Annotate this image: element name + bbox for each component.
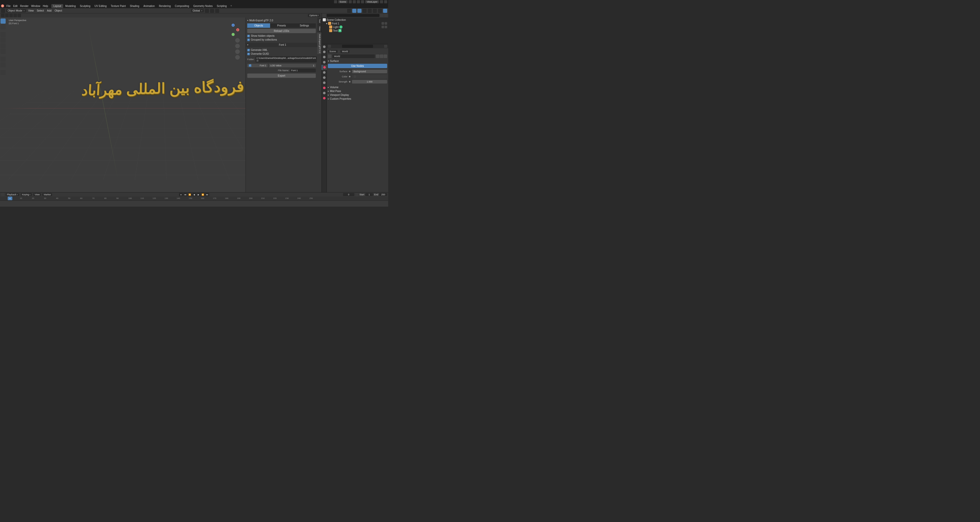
timeline-marker-menu[interactable]: Marker [42, 193, 52, 196]
workspace-tab-geonodes[interactable]: Geometry Nodes [191, 4, 215, 8]
prop-tab-modifier[interactable] [322, 75, 327, 80]
properties-type-icon[interactable] [328, 45, 331, 48]
scene-name-field[interactable]: Scene [338, 0, 348, 3]
crumb-scene[interactable]: Scene [328, 50, 337, 53]
world-fake-user-icon[interactable] [376, 54, 379, 58]
prop-tab-physics[interactable] [322, 85, 327, 91]
tab-settings[interactable]: Settings [293, 23, 316, 28]
prop-tab-data[interactable] [322, 96, 327, 101]
orientation-dropdown[interactable]: Global [191, 9, 204, 12]
section-volume[interactable]: ▸Volume [328, 85, 387, 89]
nav-camera-icon[interactable] [235, 49, 240, 54]
prop-tab-render[interactable] [322, 44, 327, 49]
proportional-icon[interactable] [215, 9, 219, 13]
editor-type-icon[interactable] [1, 9, 5, 13]
outliner-filter-icon[interactable] [380, 14, 383, 17]
object-visibility-icon[interactable] [347, 9, 351, 13]
prop-tab-particles[interactable] [322, 80, 327, 85]
shading-matprev-icon[interactable] [378, 9, 382, 13]
prop-tab-scene[interactable] [322, 60, 327, 65]
crumb-world[interactable]: World [340, 50, 350, 53]
outliner-type-icon[interactable] [323, 14, 326, 17]
nav-perspective-icon[interactable] [235, 55, 240, 60]
n-tab-multiexport[interactable]: Multi-Export glTF 2.0 [317, 32, 321, 55]
pivot-icon[interactable] [205, 9, 209, 13]
workspace-add-icon[interactable]: + [229, 4, 233, 8]
mode-dropdown[interactable]: Object Mode [6, 9, 26, 12]
menu-add[interactable]: Add [46, 9, 52, 12]
prop-tab-world[interactable] [322, 65, 327, 70]
keying-dropdown[interactable]: Keying [21, 193, 32, 196]
gizmo-z-axis[interactable]: Z [232, 24, 235, 27]
use-nodes-button[interactable]: Use Nodes [328, 64, 387, 68]
menu-edit[interactable]: Edit [12, 5, 19, 8]
grouped-checkbox[interactable]: ✓Grouped by collections [247, 38, 316, 42]
prop-tab-object[interactable] [322, 70, 327, 75]
xray-icon[interactable] [363, 9, 367, 13]
generate-xml-checkbox[interactable]: ✓Generate XML [247, 48, 316, 52]
tool-annotate-icon[interactable] [0, 57, 6, 62]
node-link-icon[interactable] [349, 71, 350, 72]
tab-objects[interactable]: Objects [247, 23, 270, 28]
select-mode-e-icon[interactable] [18, 14, 21, 17]
world-name-field[interactable]: World [332, 54, 375, 58]
play-reverse-icon[interactable]: ◀ [192, 193, 196, 196]
menu-window[interactable]: Window [30, 5, 41, 8]
workspace-tab-rendering[interactable]: Rendering [157, 4, 173, 8]
timeline-ruler[interactable]: 0 01020304050607080901001101201301401501… [0, 196, 388, 201]
color-field[interactable] [352, 75, 387, 78]
tool-rotate-icon[interactable] [0, 38, 6, 43]
filename-input[interactable]: Font 1 [290, 69, 316, 72]
gizmo-x-axis[interactable]: X [236, 28, 239, 31]
surface-value-dropdown[interactable]: Background [352, 70, 387, 73]
overlay-toggle-icon[interactable] [357, 9, 361, 13]
viewport-3d[interactable]: Options فرودگاه بین المللی مهرآباد User … [0, 13, 321, 192]
scene-browse-icon[interactable] [334, 0, 337, 3]
tool-move-icon[interactable] [0, 32, 6, 37]
timeline-track[interactable] [0, 201, 388, 207]
panel-header-multiexport[interactable]: ▾ Multi-Export glTF 2.0 [247, 19, 316, 22]
tool-addcube-icon[interactable] [0, 70, 6, 75]
scene-delete-icon[interactable] [357, 0, 360, 3]
font1-lod-checkbox[interactable]: ✓Font 1 [247, 64, 268, 67]
select-mode-d-icon[interactable] [13, 14, 17, 17]
select-mode-b-icon[interactable] [5, 14, 9, 17]
playback-dropdown[interactable]: Playback [6, 193, 19, 196]
keyframe-next-icon[interactable]: ⏩ [201, 193, 205, 196]
tool-cursor-icon[interactable] [0, 24, 6, 29]
workspace-tab-modeling[interactable]: Modeling [63, 4, 78, 8]
gizmo-y-axis[interactable] [232, 33, 235, 36]
current-frame-field[interactable]: 0 [343, 193, 354, 196]
workspace-tab-animation[interactable]: Animation [141, 4, 157, 8]
show-hidden-checkbox[interactable]: ✓Show hidden objects [247, 34, 316, 38]
shading-solid-icon[interactable] [373, 9, 377, 13]
select-mode-c-icon[interactable] [9, 14, 13, 17]
n-tab-tool[interactable]: Tool [317, 18, 321, 25]
scene-new-icon[interactable] [348, 0, 352, 3]
tool-measure-icon[interactable] [0, 62, 6, 67]
timeline-view-menu[interactable]: View [33, 193, 41, 196]
workspace-tab-compositing[interactable]: Compositing [173, 4, 191, 8]
prop-tab-viewlayer[interactable] [322, 54, 327, 60]
world-browse-icon[interactable] [328, 54, 331, 58]
prop-tab-constraints[interactable] [322, 91, 327, 96]
end-frame-field[interactable]: 250 [379, 193, 387, 196]
shading-rendered-icon[interactable] [383, 9, 387, 13]
node-link-icon[interactable] [349, 76, 350, 77]
tool-transform-icon[interactable] [0, 49, 6, 54]
export-button[interactable]: Export [247, 73, 316, 78]
folder-input[interactable]: C:\Users\Dariush\Desktop\M...ackageSourc… [256, 56, 317, 62]
viewlayer-browse-icon[interactable] [361, 0, 364, 3]
section-viewportdisplay[interactable]: ▸Viewport Display [328, 93, 387, 97]
menu-object[interactable]: Object [54, 9, 63, 12]
strength-value-field[interactable]: 1.000 [352, 80, 387, 83]
n-tab-view[interactable]: View [317, 25, 321, 32]
navigation-gizmo[interactable]: Z X [227, 24, 239, 36]
workspace-tab-scripting[interactable]: Scripting [215, 4, 229, 8]
outliner-item-text[interactable]: Text a [323, 29, 387, 32]
object-section-header[interactable]: ▾Font 1 [246, 43, 317, 47]
scene-copy-icon[interactable] [353, 0, 356, 3]
keyframe-prev-icon[interactable]: ⏪ [188, 193, 192, 196]
nav-pan-icon[interactable] [235, 44, 240, 48]
workspace-tab-layout[interactable]: Layout [51, 4, 63, 8]
